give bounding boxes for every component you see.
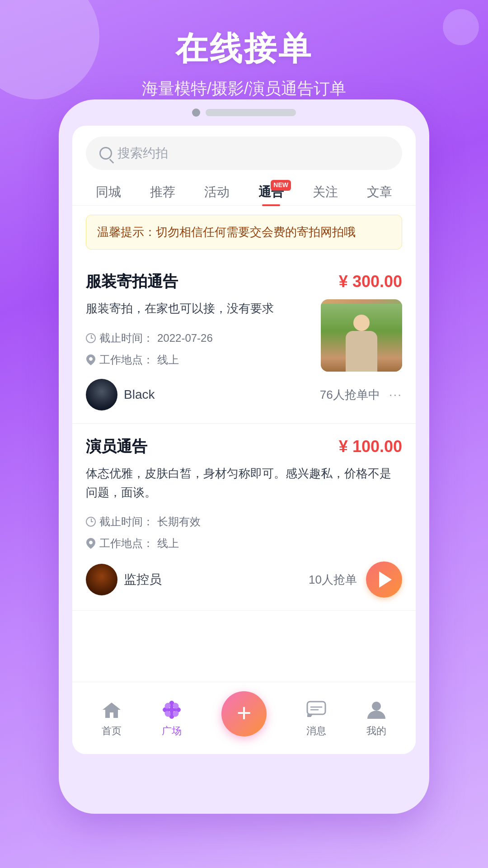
listing-1-price: ¥ 300.00 — [339, 272, 402, 291]
listing-2-description: 体态优雅，皮肤白皙，身材匀称即可。感兴趣私，价格不是问题，面谈。 截止时间： 长… — [86, 464, 402, 554]
listing-1-more[interactable]: ··· — [389, 387, 402, 402]
plus-icon: + — [237, 700, 252, 726]
listing-2-header: 演员通告 ¥ 100.00 — [86, 436, 402, 457]
listing-2-stats: 10人抢单 — [309, 572, 357, 588]
listing-1-body: 服装寄拍，在家也可以接，没有要求 截止时间： 2022-07-26 — [86, 299, 402, 372]
tab-navigation: 同城 推荐 活动 通告 NEW 关注 文章 — [72, 170, 416, 206]
send-button[interactable] — [366, 561, 402, 598]
nav-add[interactable]: + — [221, 691, 267, 745]
listing-1-stats: 76人抢单中 — [320, 387, 380, 403]
tab-tuijian[interactable]: 推荐 — [145, 179, 181, 205]
nav-message[interactable]: 消息 — [305, 699, 327, 738]
listing-2-username: 监控员 — [124, 571, 162, 588]
listing-card-1: 服装寄拍通告 ¥ 300.00 服装寄拍，在家也可以接，没有要求 截止时间： 2… — [72, 259, 416, 424]
tab-huodong[interactable]: 活动 — [199, 179, 235, 205]
search-icon — [99, 147, 112, 160]
svg-point-12 — [372, 702, 381, 711]
scroll-content[interactable]: 搜索约拍 同城 推荐 活动 通告 NEW 关注 文章 温馨提示：切勿相信任何需要… — [72, 126, 416, 682]
nav-plaza-label: 广场 — [162, 724, 182, 738]
person-icon — [366, 699, 387, 721]
nav-home[interactable]: 首页 — [101, 699, 122, 738]
listing-2-footer: 监控员 10人抢单 — [86, 561, 402, 598]
tab-tonggao[interactable]: 通告 NEW — [253, 179, 289, 205]
nav-home-label: 首页 — [102, 724, 122, 738]
tab-tongcheng[interactable]: 同城 — [90, 179, 127, 205]
listing-1-title: 服装寄拍通告 — [86, 271, 178, 292]
listing-1-location-row: 工作地点： 线上 — [86, 349, 312, 371]
phone-mockup: 搜索约拍 同城 推荐 活动 通告 NEW 关注 文章 温馨提示：切勿相信任何需要… — [59, 99, 429, 814]
listing-2-user: 监控员 — [86, 564, 162, 595]
header: 在线接单 海量模特/摄影/演员通告订单 — [0, 0, 488, 118]
listing-1-deadline-row: 截止时间： 2022-07-26 — [86, 327, 312, 349]
listing-2-price: ¥ 100.00 — [339, 437, 402, 456]
listing-2-meta: 截止时间： 长期有效 工作地点： 线上 — [86, 511, 402, 554]
header-title: 在线接单 — [18, 27, 470, 71]
clock-icon — [86, 333, 96, 343]
listing-2-title: 演员通告 — [86, 436, 147, 457]
send-icon — [379, 571, 392, 588]
listing-card-2: 演员通告 ¥ 100.00 体态优雅，皮肤白皙，身材匀称即可。感兴趣私，价格不是… — [72, 424, 416, 611]
listing-1-image — [321, 299, 402, 372]
location-icon — [86, 354, 96, 366]
bottom-navigation: 首页 广场 — [72, 682, 416, 754]
tab-badge-new: NEW — [271, 180, 291, 191]
listing-2-deadline-row: 截止时间： 长期有效 — [86, 511, 402, 533]
listing-1-avatar — [86, 379, 117, 410]
nav-mine-label: 我的 — [366, 724, 386, 738]
add-button[interactable]: + — [221, 691, 267, 736]
tab-guanzhu[interactable]: 关注 — [307, 179, 343, 205]
notice-banner: 温馨提示：切勿相信任何需要交会费的寄拍网拍哦 — [86, 215, 402, 250]
listing-2-avatar-img — [86, 564, 117, 595]
listing-1-user: Black — [86, 379, 155, 410]
clock-icon-2 — [86, 517, 96, 527]
listing-1-username: Black — [124, 387, 155, 402]
header-subtitle: 海量模特/摄影/演员通告订单 — [18, 78, 470, 100]
listing-1-description: 服装寄拍，在家也可以接，没有要求 截止时间： 2022-07-26 — [86, 299, 312, 372]
flower-icon — [161, 699, 183, 721]
listing-2-body: 体态优雅，皮肤白皙，身材匀称即可。感兴趣私，价格不是问题，面谈。 截止时间： 长… — [86, 464, 402, 554]
search-bar[interactable]: 搜索约拍 — [86, 137, 402, 170]
svg-rect-9 — [307, 702, 325, 714]
tab-wenzhang[interactable]: 文章 — [361, 179, 398, 205]
listing-1-meta: 截止时间： 2022-07-26 工作地点： 线上 — [86, 327, 312, 371]
listing-1-header: 服装寄拍通告 ¥ 300.00 — [86, 271, 402, 292]
listing-1-footer: Black 76人抢单中 ··· — [86, 379, 402, 410]
listing-2-location-row: 工作地点： 线上 — [86, 533, 402, 554]
listing-2-avatar — [86, 564, 117, 595]
app-content: 搜索约拍 同城 推荐 活动 通告 NEW 关注 文章 温馨提示：切勿相信任何需要… — [72, 126, 416, 754]
message-icon — [305, 699, 327, 721]
nav-message-label: 消息 — [306, 724, 326, 738]
nav-plaza[interactable]: 广场 — [161, 699, 183, 738]
listing-1-avatar-img — [86, 379, 117, 410]
home-icon — [101, 699, 122, 721]
location-icon-2 — [86, 538, 96, 549]
nav-mine[interactable]: 我的 — [366, 699, 387, 738]
search-placeholder: 搜索约拍 — [117, 145, 168, 162]
